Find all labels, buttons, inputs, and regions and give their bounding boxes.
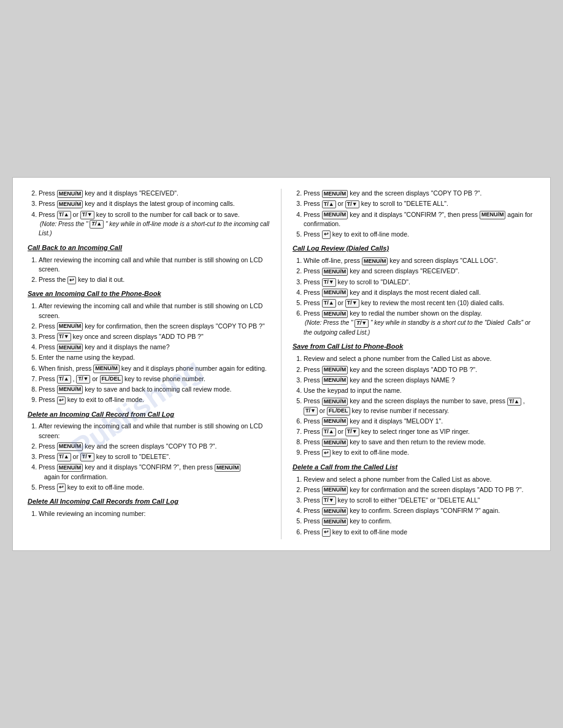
list-item: Press MENU/M key and the screen displays…: [304, 365, 535, 374]
list-item: Press MENU/M key for confirmation and th…: [304, 485, 535, 495]
section-savecalllist-title: Save from Call List to Phone-Book: [293, 342, 535, 352]
list-item: Press the ↩ key to dial it out.: [39, 275, 270, 284]
list-item: Enter the name using the keypad.: [39, 353, 270, 362]
deletecalled-list: Review and select a phone number from th…: [293, 475, 535, 537]
list-item: Press ↩ key to exit to off-line mode.: [39, 483, 270, 492]
menu-key: MENU/M: [322, 507, 348, 516]
list-item: Review and select a phone number from th…: [304, 354, 535, 363]
list-item: Press MENU/M key to save and then return…: [304, 438, 535, 447]
menu-key: MENU/M: [322, 417, 348, 426]
menu-key: MENU/M: [57, 322, 83, 331]
menu-key: MENU/M: [322, 439, 348, 447]
list-item: Press MENU/M key and it displays the nam…: [39, 343, 270, 352]
list-item: Press ↩ key to exit to off-line mode.: [304, 448, 535, 457]
list-item: Press MENU/M key to redial the number sh…: [304, 309, 535, 337]
list-item: Press ↩ key to exit to off-line mode: [304, 528, 535, 537]
list-item: After reviewing the incoming call and wh…: [39, 301, 270, 320]
list-item: Press MENU/M key and the screen displays…: [304, 376, 535, 385]
down-key: T/▼: [76, 375, 90, 384]
list-item: Press MENU/M key and the screen displays…: [304, 396, 535, 415]
callbacklist: After reviewing the incoming call and wh…: [28, 256, 270, 285]
list-item: Press T/▼ key once and screen displays "…: [39, 332, 270, 341]
up-key: T/▲: [322, 299, 336, 308]
menu-key: MENU/M: [322, 211, 348, 219]
exit-key: ↩: [322, 449, 331, 458]
list-item: Press T/▲ , T/▼ or FL/DEL key to revise …: [39, 374, 270, 384]
menu-key: MENU/M: [322, 366, 348, 374]
menu-key: MENU/M: [57, 464, 83, 472]
list-item: While reviewing an incoming number:: [39, 509, 270, 518]
menu-key: MENU/M: [57, 344, 83, 352]
down-key-inline: T/▼: [354, 319, 369, 328]
list-item: Press T/▲ or T/▼ key to scroll to "DELET…: [304, 199, 535, 208]
note-text: (Note: Press the " T/▼ " key while in st…: [304, 319, 530, 336]
list-item: Press MENU/M key to save and back to inc…: [39, 385, 270, 394]
section-delete-title: Delete an Incoming Call Record from Call…: [28, 410, 270, 420]
menu-key: MENU/M: [322, 486, 348, 495]
left-column: Press MENU/M key and it displays "RECEIV…: [21, 189, 282, 539]
down-key: T/▼: [322, 278, 336, 287]
list-item: Press MENU/M key and it displays "CONFIR…: [304, 210, 535, 229]
exit-key: ↩: [57, 483, 66, 492]
section-deletecalled-title: Delete a Call from the Called List: [293, 463, 535, 472]
down-key: T/▼: [322, 496, 336, 505]
section-calllog-title: Call Log Review (Dialed Calls): [293, 244, 535, 254]
up-key: T/▲: [57, 375, 71, 384]
list-item: Press MENU/M key and it displays the lat…: [39, 199, 270, 208]
fldel-key: FL/DEL: [100, 375, 123, 384]
intro-list-right: Press MENU/M key and the screen displays…: [293, 189, 535, 239]
up-key: T/▲: [322, 428, 336, 436]
list-item: Press ↩ key to exit to off-line mode.: [304, 230, 535, 239]
list-item: Press MENU/M key to confirm. Screen disp…: [304, 506, 535, 515]
save-list: After reviewing the incoming call and wh…: [28, 301, 270, 404]
list-item: Press MENU/M key and it displays "RECEIV…: [39, 189, 270, 198]
down-key: T/▼: [57, 333, 71, 341]
section-deleteall-title: Delete All Incoming Call Records from Ca…: [28, 497, 270, 507]
intro-list-left: Press MENU/M key and it displays "RECEIV…: [28, 189, 270, 238]
list-item: Press MENU/M key and it displays "CONFIR…: [39, 463, 270, 481]
fldel-key: FL/DEL: [327, 407, 350, 415]
main-page: Press MENU/M key and it displays "RECEIV…: [12, 177, 551, 551]
menu-key: MENU/M: [322, 310, 348, 319]
list-item: After reviewing the incoming call and wh…: [39, 256, 270, 274]
list-item: Press T/▼ key to scroll to "DIALED".: [304, 278, 535, 287]
menu-key: MENU/M: [362, 257, 388, 266]
down-key: T/▼: [345, 200, 359, 209]
down-key: T/▼: [80, 453, 94, 461]
note-text: (Note: Press the " T/▲ " key while in of…: [39, 221, 269, 237]
list-item: Press ↩ key to exit to off-line mode.: [39, 395, 270, 404]
delete-list: After reviewing the incoming call and wh…: [28, 422, 270, 492]
menu-key: MENU/M: [322, 268, 348, 276]
menu-key: MENU/M: [322, 289, 348, 297]
exit-key: ↩: [322, 230, 331, 239]
list-item: Press MENU/M key and screen displays "RE…: [304, 267, 535, 276]
up-key: T/▲: [57, 453, 71, 461]
up-key-inline: T/▲: [90, 220, 104, 229]
menu-key: MENU/M: [322, 518, 348, 526]
up-key: T/▲: [322, 200, 336, 209]
savecalllist-list: Review and select a phone number from th…: [293, 354, 535, 457]
menu-key: MENU/M: [322, 190, 348, 199]
menu-key: MENU/M: [57, 190, 83, 199]
down-key: T/▼: [345, 299, 359, 308]
dial-key: ↩: [67, 276, 76, 285]
section-callback-title: Call Back to an Incoming Call: [28, 243, 270, 253]
list-item: Press MENU/M key and the screen displays…: [304, 189, 535, 198]
list-item: After reviewing the incoming call and wh…: [39, 422, 270, 440]
list-item: Press MENU/M key and it displays "MELODY…: [304, 417, 535, 426]
list-item: Press T/▲ or T/▼ key to scroll to the nu…: [39, 210, 270, 238]
list-item: Press T/▲ or T/▼ key to review the most …: [304, 298, 535, 308]
list-item: Press T/▼ key to scroll to either "DELET…: [304, 496, 535, 505]
list-item: Press MENU/M key and it displays the mos…: [304, 288, 535, 297]
deleteall-list: While reviewing an incoming number:: [28, 509, 270, 518]
list-item: Press MENU/M key to confirm.: [304, 517, 535, 526]
menu-key: MENU/M: [322, 398, 348, 406]
list-item: Press MENU/M key and the screen displays…: [39, 442, 270, 451]
exit-key: ↩: [322, 528, 331, 537]
list-item: Press T/▲ or T/▼ key to scroll to "DELET…: [39, 452, 270, 461]
down-key: T/▼: [80, 211, 94, 219]
list-item: Review and select a phone number from th…: [304, 475, 535, 484]
list-item: Press MENU/M key for confirmation, then …: [39, 322, 270, 331]
menu-key: MENU/M: [93, 365, 120, 373]
section-save-title: Save an Incoming Call to the Phone-Book: [28, 289, 270, 299]
